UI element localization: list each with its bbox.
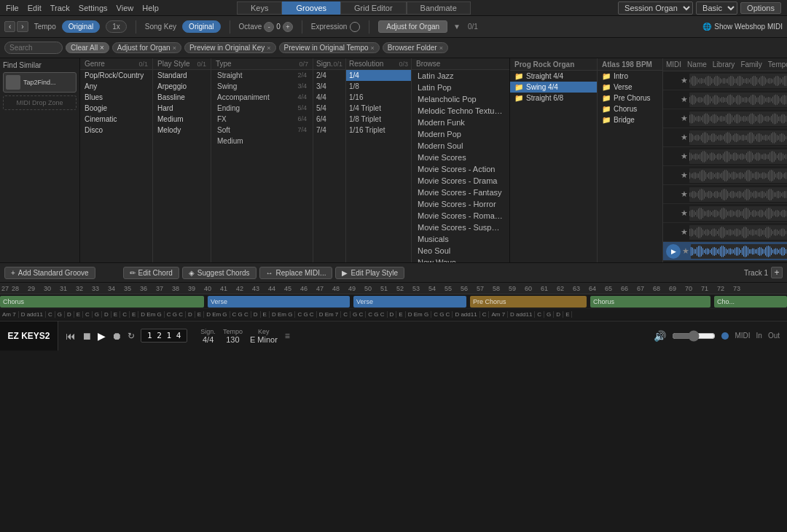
res-116[interactable]: 1/16 (346, 92, 411, 103)
atlas-verse[interactable]: 📁 Verse (598, 82, 662, 93)
midi-drop-zone[interactable]: MIDI Drop Zone (3, 95, 77, 110)
atlas-prechorus[interactable]: 📁 Pre Chorus (598, 93, 662, 103)
settings-menu[interactable]: Settings (79, 4, 108, 12)
atlas-bridge[interactable]: 📁 Bridge (598, 114, 662, 125)
genre-item-boogie[interactable]: Boogie (80, 103, 152, 114)
loop-btn[interactable]: ↻ (128, 331, 135, 341)
sign-54[interactable]: 5/4 (313, 103, 345, 114)
tab-bandmate[interactable]: Bandmate (407, 1, 471, 15)
tab-keys[interactable]: Keys (237, 1, 282, 15)
result-row[interactable]: ★Verse 03Prog Rock OrganAtlas 198 BPM198… (663, 71, 787, 90)
row-star[interactable]: ★ (681, 133, 688, 142)
expression-circle[interactable] (350, 22, 360, 32)
sidebar-item-latin-jazz[interactable]: Latin Jazz (412, 70, 509, 82)
style-melody[interactable]: Melody (153, 125, 211, 136)
sidebar-item-movie-scores---horror[interactable]: Movie Scores - Horror (412, 198, 509, 210)
suggest-chords-btn[interactable]: ◈ Suggest Chords (182, 267, 257, 279)
atlas-intro[interactable]: 📁 Intro (598, 71, 662, 82)
stop-btn[interactable]: ⏹ (82, 330, 92, 342)
row-star[interactable]: ★ (681, 95, 688, 104)
res-18t[interactable]: 1/8 Triplet (346, 114, 411, 125)
tap2find-btn[interactable]: Tap2Find... (3, 72, 77, 93)
result-row[interactable]: ★Bridge 03Prog Rock OrganAtlas 198 BPM19… (663, 185, 787, 204)
segment-chorus2[interactable]: Chorus (590, 296, 710, 308)
result-row[interactable]: ★Intro 01Prog Rock OrganAtlas 198 BPM198… (663, 109, 787, 128)
type-soft[interactable]: Soft7/4 (211, 125, 313, 136)
result-row[interactable]: ★Chorus 02Prog Rock OrganAtlas 198 BPM19… (663, 90, 787, 109)
sidebar-item-movie-scores---drama[interactable]: Movie Scores - Drama (412, 175, 509, 187)
genre-item-blues[interactable]: Blues (80, 92, 152, 103)
session-select[interactable]: Session Organ (618, 1, 693, 15)
sidebar-item-movie-scores---romance[interactable]: Movie Scores - Romance (412, 210, 509, 222)
segment-verse2[interactable]: Verse (353, 296, 466, 308)
segment-chorus3[interactable]: Cho... (714, 296, 787, 308)
result-row[interactable]: ★Pre Chorus 03Prog Rock OrganAtlas 198 B… (663, 223, 787, 242)
sidebar-item-movie-scores---fantasy[interactable]: Movie Scores - Fantasy (412, 187, 509, 198)
add-groove-btn[interactable]: + Add Standard Groove (4, 267, 95, 279)
sign-24[interactable]: 2/4 (313, 70, 345, 81)
type-straight[interactable]: Straight2/4 (211, 70, 313, 81)
segment-prechorus[interactable]: Pre Chorus (470, 296, 587, 308)
row-star[interactable]: ★ (681, 227, 688, 237)
help-menu[interactable]: Help (142, 4, 159, 12)
sidebar-item-modern-soul[interactable]: Modern Soul (412, 140, 509, 152)
adjust-dropdown[interactable]: ▼ (453, 23, 461, 31)
row-star[interactable]: ★ (681, 76, 688, 85)
sidebar-item-melodic-techno-textures[interactable]: Melodic Techno Textures (412, 105, 509, 117)
row-play-btn[interactable]: ▶ (666, 244, 681, 259)
sidebar-item-movie-scores[interactable]: Movie Scores (412, 152, 509, 163)
result-row[interactable]: ★Bridge 02Prog Rock OrganAtlas 198 BPM19… (663, 261, 787, 262)
style-arpeggio[interactable]: Arpeggio (153, 81, 211, 92)
sidebar-item-modern-pop[interactable]: Modern Pop (412, 128, 509, 140)
type-ending[interactable]: Ending5/4 (211, 103, 313, 114)
style-medium[interactable]: Medium (153, 114, 211, 125)
result-row[interactable]: ▶★Verse 02* Prog Rock Organ* Atlas 198 B… (663, 242, 787, 261)
type-accompaniment[interactable]: Accompaniment4/4 (211, 92, 313, 103)
prog-straight68[interactable]: 📁 Straight 6/8 (510, 93, 597, 103)
nav-forward[interactable]: › (17, 21, 28, 32)
segment-verse1[interactable]: Verse (208, 296, 350, 308)
tab-grid-editor[interactable]: Grid Editor (340, 1, 407, 15)
octave-up[interactable]: + (283, 22, 293, 32)
row-star[interactable]: ★ (681, 152, 688, 161)
sidebar-item-movie-scores---suspense[interactable]: Movie Scores - Suspense (412, 222, 509, 233)
res-14[interactable]: 1/4 (346, 70, 411, 81)
sidebar-item-new-wave[interactable]: New Wave (412, 257, 509, 262)
1x-btn[interactable]: 1x (106, 20, 127, 33)
res-18[interactable]: 1/8 (346, 81, 411, 92)
file-menu[interactable]: File (6, 4, 19, 12)
sidebar-item-modern-funk[interactable]: Modern Funk (412, 117, 509, 128)
result-row[interactable]: ★Chorus 03Prog Rock OrganAtlas 198 BPM19… (663, 204, 787, 223)
style-hard[interactable]: Hard (153, 103, 211, 114)
atlas-chorus[interactable]: 📁 Chorus (598, 103, 662, 114)
result-row[interactable]: ★Chorus 01Prog Rock OrganAtlas 198 BPM19… (663, 147, 787, 166)
octave-down[interactable]: - (264, 22, 274, 32)
filter-tag-browser[interactable]: Browser Folder × (383, 42, 448, 53)
original-btn[interactable]: Original (62, 20, 100, 33)
rewind-btn[interactable]: ⏮ (66, 330, 76, 342)
edit-chord-btn[interactable]: ✏ Edit Chord (123, 267, 179, 279)
show-webshop-label[interactable]: Show Webshop MIDI (714, 23, 783, 31)
search-input[interactable] (4, 42, 63, 54)
clear-button[interactable]: Clear All × (66, 42, 109, 53)
sidebar-item-latin-pop[interactable]: Latin Pop (412, 82, 509, 93)
options-button[interactable]: Options (740, 2, 781, 14)
row-star[interactable]: ★ (681, 171, 688, 180)
nav-back[interactable]: ‹ (4, 21, 15, 32)
row-star[interactable]: ★ (681, 189, 688, 199)
settings-btn[interactable]: ≡ (285, 331, 290, 341)
record-btn[interactable]: ⏺ (111, 330, 122, 342)
segment-chorus1[interactable]: Chorus (0, 296, 204, 308)
type-swing[interactable]: Swing3/4 (211, 81, 313, 92)
filter-tag-close[interactable]: × (173, 44, 176, 52)
filter-tag-close4[interactable]: × (439, 44, 443, 52)
sidebar-item-musicals[interactable]: Musicals (412, 233, 509, 245)
type-fx[interactable]: FX6/4 (211, 114, 313, 125)
prog-swing44[interactable]: 📁 Swing 4/4 (510, 82, 597, 93)
filter-tag-tempo[interactable]: Preview in Original Tempo × (279, 42, 380, 53)
style-bassline[interactable]: Bassline (153, 92, 211, 103)
filter-tag-close2[interactable]: × (267, 44, 270, 52)
sidebar-item-melancholic-pop[interactable]: Melancholic Pop (412, 93, 509, 105)
replace-midi-btn[interactable]: ↔ Replace MIDI... (259, 267, 333, 279)
volume-slider[interactable] (672, 330, 716, 342)
